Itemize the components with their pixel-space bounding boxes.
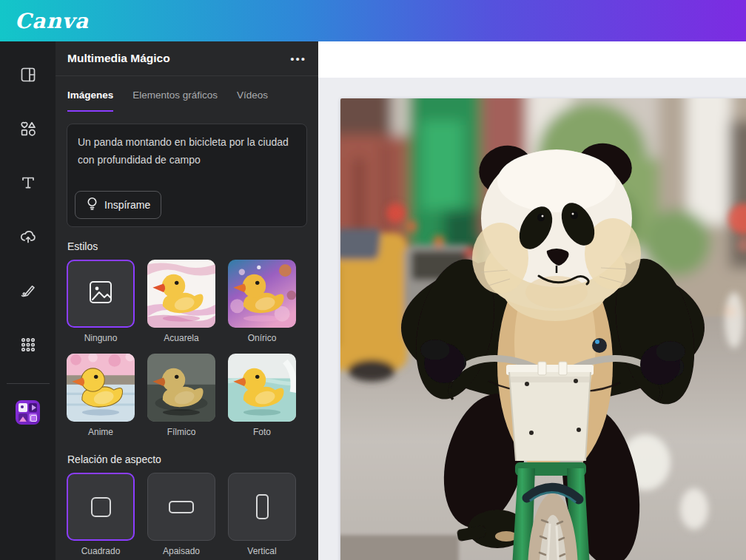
generated-image[interactable] <box>340 98 746 560</box>
sidebar-item-design[interactable] <box>10 57 46 95</box>
sidebar-rail <box>0 41 56 560</box>
style-option-acuarela[interactable]: Acuarela <box>147 260 215 343</box>
sidebar-item-elements[interactable] <box>10 111 46 149</box>
aspect-option-cuadrado[interactable]: Cuadrado <box>67 473 135 556</box>
more-options-button[interactable]: ••• <box>290 53 306 65</box>
landscape-ratio-icon <box>169 501 194 513</box>
sidebar-item-uploads[interactable] <box>10 219 46 257</box>
aspect-option-apaisado[interactable]: Apaisado <box>147 473 215 556</box>
portrait-ratio-icon <box>256 494 269 519</box>
top-bar: Canva <box>0 0 746 41</box>
sidebar-item-text[interactable] <box>10 165 46 203</box>
tab-imagenes[interactable]: Imágenes <box>67 90 113 112</box>
canvas-area[interactable] <box>318 78 746 560</box>
magic-media-app-icon <box>19 403 27 412</box>
sidebar-item-apps[interactable] <box>10 327 46 365</box>
sidebar-item-magic-media[interactable] <box>16 400 40 425</box>
image-placeholder-icon <box>87 278 115 309</box>
uploads-icon <box>19 228 37 249</box>
apps-icon <box>19 336 37 357</box>
styles-heading: Estilos <box>67 240 306 252</box>
rail-divider <box>7 383 50 384</box>
style-option-foto[interactable]: Foto <box>228 354 296 437</box>
inspire-me-button[interactable]: Inspírame <box>75 191 161 219</box>
draw-icon <box>19 282 37 303</box>
square-ratio-icon <box>91 497 111 517</box>
lightbulb-icon <box>86 197 98 213</box>
aspect-ratio-heading: Relación de aspecto <box>67 453 306 465</box>
editor-toolbar <box>318 41 746 78</box>
prompt-box: Un panda montando en bicicleta por la ci… <box>67 124 307 227</box>
elements-icon <box>19 120 37 141</box>
prompt-input[interactable]: Un panda montando en bicicleta por la ci… <box>67 124 306 188</box>
tab-videos[interactable]: Vídeos <box>237 90 268 112</box>
aspect-ratio-row: Cuadrado Apaisado Vertical <box>56 473 318 556</box>
design-icon <box>19 66 37 87</box>
style-option-filmico[interactable]: Fílmico <box>147 354 215 437</box>
style-option-ninguno[interactable]: Ninguno <box>67 260 135 343</box>
canva-logo[interactable]: Canva <box>15 9 89 33</box>
styles-row-2: Anime Fílmico <box>56 354 318 437</box>
panel-title: Multimedia Mágico <box>67 52 170 65</box>
sidebar-item-draw[interactable] <box>10 273 46 311</box>
aspect-option-vertical[interactable]: Vertical <box>228 473 296 556</box>
editor-main <box>318 41 746 560</box>
style-option-anime[interactable]: Anime <box>67 354 135 437</box>
panel-tabs: Imágenes Elementos gráficos Vídeos <box>56 90 318 112</box>
tab-elementos-graficos[interactable]: Elementos gráficos <box>132 90 218 112</box>
style-option-onirico[interactable]: Onírico <box>228 260 296 343</box>
text-icon <box>19 174 37 195</box>
styles-row-1: Ninguno Acuarela <box>56 260 318 343</box>
magic-media-panel: Multimedia Mágico ••• Imágenes Elementos… <box>56 41 318 560</box>
